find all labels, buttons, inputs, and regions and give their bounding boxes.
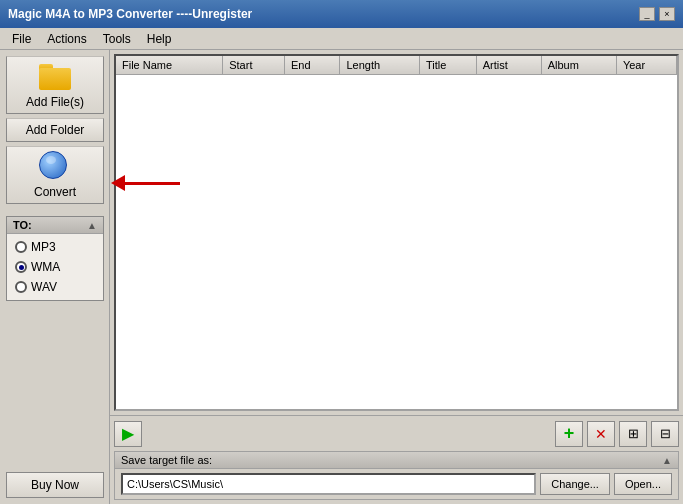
delete-icon: ✕ <box>595 426 607 442</box>
tool-button-3[interactable]: ⊞ <box>619 421 647 447</box>
radio-wma-label: WMA <box>31 260 60 274</box>
sidebar-spacer <box>6 305 103 468</box>
buy-now-button[interactable]: Buy Now <box>6 472 104 498</box>
open-button[interactable]: Open... <box>614 473 672 495</box>
tool-icon-4: ⊟ <box>660 426 671 441</box>
content-area: File Name Start End Length Title Artist … <box>110 50 683 504</box>
to-section-header: TO: ▲ <box>7 217 103 234</box>
title-bar: Magic M4A to MP3 Converter ----Unregiste… <box>0 0 683 28</box>
save-path-input[interactable] <box>121 473 536 495</box>
menu-item-tools[interactable]: Tools <box>95 30 139 48</box>
minimize-button[interactable]: _ <box>639 7 655 21</box>
file-table-wrapper: File Name Start End Length Title Artist … <box>114 54 679 411</box>
change-button[interactable]: Change... <box>540 473 610 495</box>
convert-label: Convert <box>34 185 76 199</box>
convert-icon <box>39 151 71 183</box>
add-folder-button[interactable]: Add Folder <box>6 118 104 142</box>
col-artist: Artist <box>476 56 541 75</box>
radio-wav-label: WAV <box>31 280 57 294</box>
add-folder-label: Add Folder <box>26 123 85 137</box>
tool-button-4[interactable]: ⊟ <box>651 421 679 447</box>
save-label: Save target file as: <box>121 454 212 466</box>
radio-wav-control[interactable] <box>15 281 27 293</box>
save-content: Change... Open... <box>115 469 678 499</box>
play-button[interactable]: ▶ <box>114 421 142 447</box>
col-album: Album <box>541 56 616 75</box>
col-start: Start <box>223 56 285 75</box>
save-section: Save target file as: ▲ Change... Open... <box>114 451 679 500</box>
tool-icon-3: ⊞ <box>628 426 639 441</box>
sidebar: Add File(s) Add Folder Convert TO: ▲ <box>0 50 110 504</box>
add-track-button[interactable]: + <box>555 421 583 447</box>
title-bar-controls: _ × <box>639 7 675 21</box>
to-section: TO: ▲ MP3 WMA WAV <box>6 216 104 301</box>
radio-wav[interactable]: WAV <box>15 280 95 294</box>
col-end: End <box>284 56 340 75</box>
radio-wma-control[interactable] <box>15 261 27 273</box>
menu-item-actions[interactable]: Actions <box>39 30 94 48</box>
add-files-label: Add File(s) <box>26 95 84 109</box>
bottom-toolbar: ▶ + ✕ ⊞ ⊟ <box>110 415 683 451</box>
save-header: Save target file as: ▲ <box>115 452 678 469</box>
buy-now-label: Buy Now <box>31 478 79 492</box>
save-collapse-icon[interactable]: ▲ <box>662 455 672 466</box>
add-icon: + <box>564 423 575 444</box>
menu-bar: File Actions Tools Help <box>0 28 683 50</box>
main-layout: Add File(s) Add Folder Convert TO: ▲ <box>0 50 683 504</box>
radio-mp3[interactable]: MP3 <box>15 240 95 254</box>
convert-button[interactable]: Convert <box>6 146 104 204</box>
add-files-icon <box>39 61 71 93</box>
radio-wma[interactable]: WMA <box>15 260 95 274</box>
col-filename: File Name <box>116 56 223 75</box>
radio-mp3-control[interactable] <box>15 241 27 253</box>
title-bar-text: Magic M4A to MP3 Converter ----Unregiste… <box>8 7 252 21</box>
col-title: Title <box>419 56 476 75</box>
close-button[interactable]: × <box>659 7 675 21</box>
add-files-button[interactable]: Add File(s) <box>6 56 104 114</box>
to-content: MP3 WMA WAV <box>7 234 103 300</box>
file-table: File Name Start End Length Title Artist … <box>116 56 677 75</box>
col-length: Length <box>340 56 419 75</box>
to-collapse-icon[interactable]: ▲ <box>87 220 97 231</box>
delete-track-button[interactable]: ✕ <box>587 421 615 447</box>
play-icon: ▶ <box>122 424 134 443</box>
menu-item-help[interactable]: Help <box>139 30 180 48</box>
col-year: Year <box>616 56 676 75</box>
radio-mp3-label: MP3 <box>31 240 56 254</box>
to-section-label: TO: <box>13 219 32 231</box>
menu-item-file[interactable]: File <box>4 30 39 48</box>
